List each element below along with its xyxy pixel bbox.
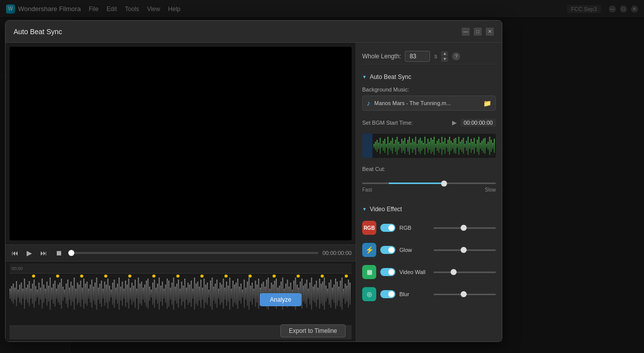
svg-rect-10	[26, 288, 27, 300]
svg-rect-193	[319, 279, 320, 309]
svg-rect-259	[421, 141, 422, 151]
glow-slider[interactable]	[434, 249, 496, 251]
video-progress-bar[interactable]	[68, 252, 318, 254]
svg-rect-115	[194, 278, 195, 310]
svg-rect-62	[109, 286, 110, 302]
blur-toggle-thumb	[388, 291, 394, 297]
svg-rect-192	[317, 288, 318, 300]
svg-rect-143	[239, 287, 240, 301]
svg-rect-286	[463, 138, 464, 154]
mini-waveform-svg	[362, 134, 496, 158]
svg-rect-300	[484, 138, 485, 154]
svg-rect-54	[96, 278, 97, 310]
svg-rect-256	[416, 144, 417, 148]
svg-rect-154	[257, 285, 258, 303]
svg-rect-84	[144, 285, 145, 303]
svg-rect-50	[90, 285, 91, 303]
svg-rect-229	[375, 142, 376, 150]
skip-forward-button[interactable]: ⏭	[38, 248, 49, 258]
bg-music-control[interactable]: ♪ Manos Mars - The Tunning.m... 📁	[362, 96, 496, 111]
analyze-button[interactable]: Analyze	[260, 293, 301, 306]
svg-rect-187	[309, 283, 310, 305]
video-wall-slider[interactable]	[434, 272, 496, 273]
svg-rect-117	[197, 282, 198, 306]
svg-rect-134	[225, 288, 226, 300]
svg-rect-105	[178, 280, 179, 308]
svg-rect-303	[489, 137, 490, 155]
whole-length-up[interactable]: ▲	[441, 51, 448, 56]
svg-rect-14	[32, 284, 33, 304]
svg-rect-87	[149, 287, 150, 301]
effect-rgb-row: RGB RGB	[362, 219, 496, 237]
rgb-toggle[interactable]	[380, 224, 395, 232]
svg-rect-116	[195, 284, 196, 304]
whole-length-input[interactable]	[405, 51, 430, 62]
svg-rect-254	[413, 142, 414, 150]
svg-rect-206	[340, 281, 341, 307]
svg-rect-146	[244, 280, 245, 308]
svg-rect-199	[329, 283, 330, 305]
svg-rect-246	[401, 139, 402, 153]
svg-point-226	[345, 275, 348, 278]
play-button[interactable]: ▶	[25, 248, 34, 258]
browse-music-button[interactable]: 📁	[483, 100, 491, 107]
auto-beat-sync-section-header[interactable]: ▼ Auto Beat Sync	[362, 70, 496, 82]
svg-rect-306	[494, 139, 495, 153]
svg-rect-120	[202, 288, 203, 300]
blur-slider[interactable]	[434, 294, 496, 295]
svg-rect-39	[72, 286, 73, 302]
svg-rect-295	[477, 140, 478, 152]
svg-rect-287	[465, 144, 466, 148]
skip-back-button[interactable]: ⏮	[10, 248, 21, 258]
beat-cut-slow-label: Slow	[485, 187, 496, 193]
help-icon[interactable]: ?	[452, 52, 460, 60]
svg-rect-79	[136, 289, 137, 299]
svg-rect-304	[491, 140, 492, 152]
stop-button[interactable]: ⏹	[53, 248, 64, 258]
svg-rect-2	[13, 284, 14, 304]
dialog-minimize-button[interactable]: —	[462, 28, 470, 36]
svg-rect-263	[427, 139, 428, 153]
video-progress-thumb	[68, 250, 74, 256]
svg-rect-76	[132, 283, 133, 305]
svg-rect-90	[154, 280, 155, 308]
glow-icon: ⚡	[365, 246, 374, 254]
svg-rect-251	[409, 137, 410, 155]
svg-rect-21	[43, 285, 44, 303]
svg-rect-291	[471, 139, 472, 153]
svg-rect-81	[140, 284, 141, 304]
svg-rect-71	[124, 289, 125, 299]
svg-rect-139	[233, 281, 234, 307]
video-controls-bar: ⏮ ▶ ⏭ ⏹ 00:00:00:00	[6, 244, 356, 261]
blur-slider-container	[434, 294, 496, 295]
whole-length-down[interactable]: ▼	[441, 57, 448, 62]
svg-rect-30	[58, 285, 59, 303]
rgb-slider[interactable]	[434, 227, 496, 229]
svg-point-217	[128, 275, 131, 278]
svg-rect-57	[101, 281, 102, 307]
video-wall-toggle[interactable]	[380, 268, 395, 276]
dialog-titlebar: Auto Beat Sync — □ ✕	[6, 21, 502, 43]
svg-rect-131	[220, 283, 221, 305]
bgm-play-button[interactable]: ▶	[452, 119, 457, 126]
svg-rect-150	[250, 286, 251, 302]
svg-rect-152	[253, 289, 254, 299]
glow-toggle[interactable]	[380, 246, 395, 254]
video-effect-section-header[interactable]: ▼ Video Effect	[362, 203, 496, 215]
blur-toggle[interactable]	[380, 290, 395, 298]
svg-rect-201	[332, 288, 333, 300]
music-filename: Manos Mars - The Tunning.m...	[374, 100, 479, 106]
svg-rect-29	[56, 289, 57, 299]
beat-cut-slider[interactable]	[362, 183, 496, 184]
export-timeline-button[interactable]: Export to Timeline	[280, 324, 346, 337]
svg-rect-255	[415, 137, 416, 155]
svg-rect-296	[478, 137, 479, 155]
dialog-maximize-button[interactable]: □	[474, 28, 482, 36]
dialog-close-button[interactable]: ✕	[486, 28, 494, 36]
svg-rect-75	[130, 288, 131, 300]
svg-rect-269	[437, 141, 438, 151]
svg-rect-47	[85, 284, 86, 304]
svg-rect-108	[183, 286, 184, 302]
svg-rect-110	[186, 288, 187, 300]
svg-rect-99	[168, 281, 169, 307]
